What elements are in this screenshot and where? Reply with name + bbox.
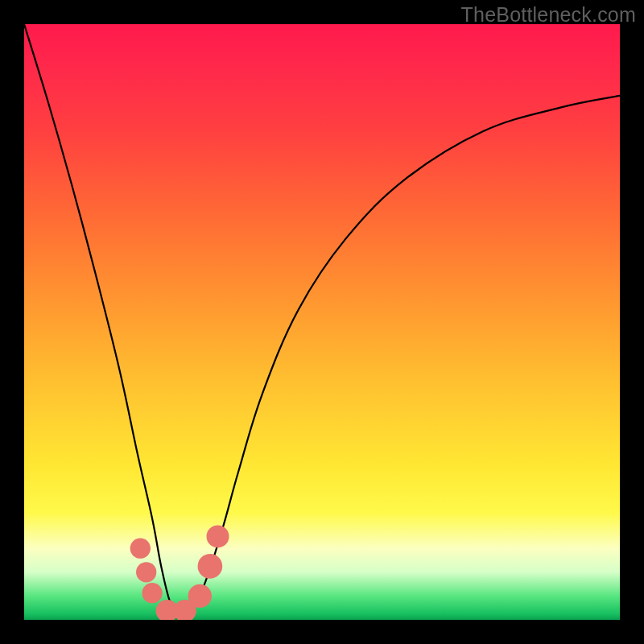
watermark-text: TheBottleneck.com [461,3,636,27]
chart-frame: TheBottleneck.com [0,0,644,644]
data-marker [136,562,156,582]
data-marker [207,525,229,547]
data-marker [130,539,151,559]
data-marker [142,583,162,603]
bottleneck-curve [24,24,620,620]
data-marker [198,554,223,579]
data-marker [188,584,212,608]
plot-area [24,24,620,620]
